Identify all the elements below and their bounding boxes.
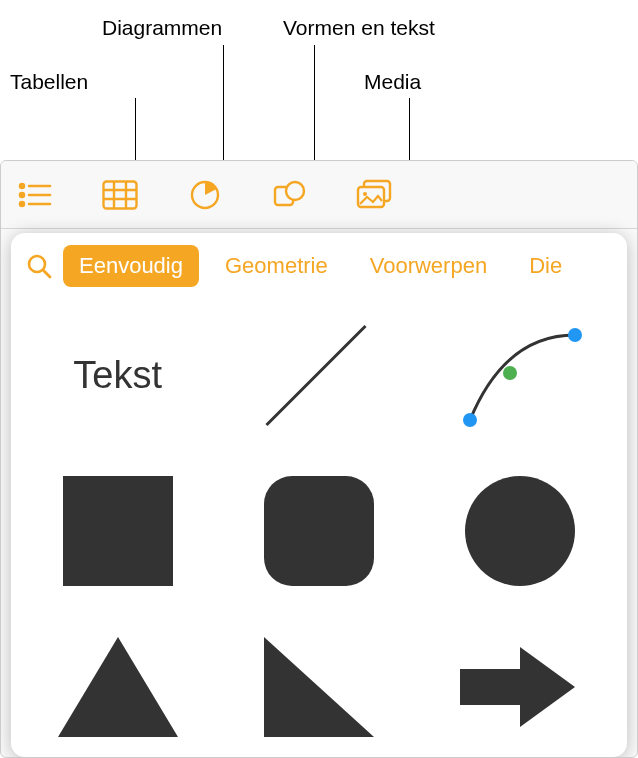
svg-point-13 [286,182,304,200]
shape-right-triangle[interactable] [249,627,389,747]
callout-diagrammen-label: Diagrammen [102,16,222,40]
shapes-grid: Tekst [11,295,627,757]
tab-die[interactable]: Die [513,245,578,287]
right-triangle-icon [264,637,374,737]
callout-media-label: Media [364,70,421,94]
tab-geometrie[interactable]: Geometrie [209,245,344,287]
search-icon[interactable] [25,252,53,280]
shape-rounded-square[interactable] [249,471,389,591]
tab-voorwerpen[interactable]: Voorwerpen [354,245,503,287]
shape-curve[interactable] [450,315,590,435]
arrow-icon [460,647,580,727]
svg-point-16 [363,192,367,196]
tab-row: Eenvoudig Geometrie Voorwerpen Die [11,233,627,295]
svg-point-20 [568,328,582,342]
circle-icon [465,476,575,586]
svg-point-0 [20,184,24,188]
shape-icon[interactable] [270,175,310,215]
shape-text[interactable]: Tekst [48,315,188,435]
shape-line[interactable] [249,315,389,435]
chart-icon[interactable] [185,175,225,215]
list-icon[interactable] [15,175,55,215]
square-icon [63,476,173,586]
toolbar [1,161,637,229]
shape-triangle[interactable] [48,627,188,747]
shape-circle[interactable] [450,471,590,591]
callout-vormen-label: Vormen en tekst [283,16,435,40]
line-icon [261,318,376,433]
shapes-popover: Eenvoudig Geometrie Voorwerpen Die Tekst [11,233,627,757]
svg-point-2 [20,193,24,197]
popover-arrow [312,233,336,234]
table-icon[interactable] [100,175,140,215]
shape-text-label: Tekst [73,354,162,397]
media-icon[interactable] [355,175,395,215]
tab-eenvoudig[interactable]: Eenvoudig [63,245,199,287]
svg-rect-6 [104,181,137,208]
callout-area: Diagrammen Tabellen Vormen en tekst Medi… [0,0,638,160]
svg-line-18 [43,270,50,277]
shape-square[interactable] [48,471,188,591]
svg-point-4 [20,202,24,206]
svg-point-19 [463,413,477,427]
callout-tabellen-label: Tabellen [10,70,88,94]
curve-icon [450,315,590,435]
rounded-square-icon [264,476,374,586]
triangle-icon [58,637,178,737]
svg-point-21 [503,366,517,380]
shape-arrow[interactable] [450,627,590,747]
app-window: Eenvoudig Geometrie Voorwerpen Die Tekst [0,160,638,758]
